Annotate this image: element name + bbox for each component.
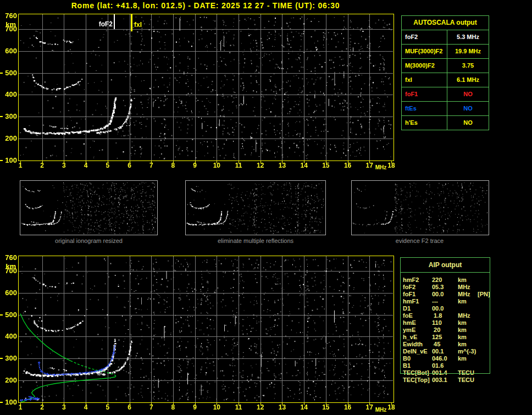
aip-value: 01.6: [432, 362, 458, 369]
aip-param: B1: [403, 362, 432, 369]
x-tick-label: 5: [106, 404, 109, 411]
x-tick-label: 5: [106, 162, 109, 169]
autoscala-value: 6.1 MHz: [447, 73, 489, 87]
aip-unit: km: [458, 276, 478, 284]
y-tick-label: 200: [0, 377, 17, 384]
aip-row: foF205.3MHz: [403, 284, 530, 291]
x-tick-label: 11: [235, 404, 242, 411]
autoscala-output-table: AUTOSCALA output foF25.3 MHzMUF(3000)F21…: [401, 15, 489, 130]
aip-row: foF100.0MHz[PN]: [403, 291, 530, 298]
aip-row: TEC[Bot]001.4TECU: [403, 369, 530, 377]
y-tick-label: 700: [0, 25, 17, 33]
x-tick-label: 2: [40, 404, 44, 411]
x-tick-label: 13: [279, 404, 286, 411]
aip-param: h_vE: [403, 334, 432, 341]
x-tick-label: 17: [366, 162, 373, 169]
edge-tick: [0, 314, 3, 316]
x-tick-label: 4: [84, 162, 88, 169]
aip-row: h_vE125km: [403, 334, 530, 341]
x-tick-label: 15: [322, 404, 329, 411]
autoscala-value: NO: [447, 116, 489, 130]
aip-note: [PN]: [478, 291, 490, 298]
aip-row: hmF2220km: [403, 276, 530, 284]
foF2-marker-label: foF2: [84, 21, 113, 27]
autoscala-value: NO: [447, 87, 489, 101]
aip-value: 125: [432, 334, 458, 341]
aip-param: hmF1: [403, 298, 432, 305]
x-axis-unit-top: MHz: [374, 164, 388, 170]
x-tick-label: 15: [322, 162, 329, 169]
aip-param: TEC[Top]: [403, 377, 432, 384]
x-tick-label: 6: [128, 404, 131, 411]
x-tick-label: 16: [344, 162, 351, 169]
aip-unit: MHz: [458, 312, 478, 319]
aip-value: 20: [432, 327, 458, 334]
x-tick-label: 18: [387, 404, 395, 411]
aip-unit: km: [458, 298, 478, 305]
x-tick-label: 8: [171, 162, 175, 169]
thumbnail-eliminate-canvas: [186, 181, 325, 235]
aip-unit: TECU: [458, 377, 478, 384]
autoscala-row: foF1NO: [402, 87, 489, 102]
thumbnail-original-canvas: [20, 181, 157, 235]
thumbnail-caption-eliminate: eliminate multiple reflections: [185, 237, 326, 244]
aip-unit: m^(-3): [458, 348, 478, 355]
x-tick-label: 11: [235, 162, 242, 169]
aip-value: 046.0: [432, 355, 458, 362]
x-tick-label: 10: [213, 404, 220, 411]
ionogram-canvas-top: [18, 14, 394, 164]
edge-tick: [0, 402, 3, 403]
autoscala-value: 19.9 MHz: [447, 45, 489, 58]
autoscala-row: h'EsNO: [402, 116, 489, 130]
aip-unit: [458, 305, 478, 312]
x-tick-label: 7: [149, 404, 153, 411]
aip-value: 001.4: [432, 369, 458, 377]
aip-value: 003.1: [432, 377, 458, 384]
edge-tick: [0, 73, 3, 74]
x-tick-label: 2: [40, 162, 44, 169]
aip-unit: km: [458, 355, 478, 362]
aip-param: hmF2: [403, 276, 432, 284]
x-tick-label: 7: [149, 162, 153, 169]
aip-param: foE: [403, 312, 432, 319]
x-tick-label: 17: [366, 404, 373, 411]
autoscala-table-title: AUTOSCALA output: [402, 16, 489, 30]
edge-tick: [0, 116, 3, 117]
autoscala-value: 3.75: [447, 59, 489, 73]
fxI-marker-label: fxI: [134, 21, 142, 28]
x-tick-label: 1: [19, 162, 23, 169]
y-tick-label: 760: [0, 12, 17, 20]
aip-param: foF2: [403, 284, 432, 291]
fxI-marker-line: [131, 14, 132, 31]
autoscala-row: ftEsNO: [402, 102, 489, 116]
aip-value: 05.3: [432, 284, 458, 291]
aip-unit: km: [458, 341, 478, 348]
autoscala-param: foF2: [402, 30, 447, 44]
ionogram-canvas-bottom: [18, 256, 394, 406]
aip-param: hmE: [403, 319, 432, 327]
x-tick-label: 13: [279, 162, 286, 169]
thumbnail-caption-evidence: evidence F2 trace: [351, 237, 488, 244]
aip-value: ---: [432, 298, 458, 305]
autoscala-param: ftEs: [402, 102, 447, 115]
edge-tick: [0, 358, 3, 359]
aip-value: 00.0: [432, 291, 458, 298]
aip-row: B101.6: [403, 362, 530, 369]
x-tick-label: 18: [387, 162, 395, 169]
autoscala-row: fxI6.1 MHz: [402, 73, 489, 87]
x-tick-label: 9: [193, 162, 197, 169]
aip-row: hmE110km: [403, 319, 530, 327]
aip-row: Ewidth 45km: [403, 341, 530, 348]
thumbnail-caption-original: original ionogram resized: [20, 237, 158, 244]
x-tick-label: 12: [257, 404, 264, 411]
thumbnail-eliminate-reflections: [185, 180, 326, 235]
aip-param: D1: [403, 305, 432, 312]
window-title: Rome (lat: +41.8, lon: 012.5) - DATE: 20…: [0, 1, 411, 10]
aip-row: B0046.0km: [403, 355, 530, 362]
x-tick-label: 1: [19, 404, 23, 411]
aip-output-rows: hmF2220kmfoF205.3MHzfoF100.0MHz[PN]hmF1-…: [403, 276, 530, 384]
aip-row: DelN_vE00.1m^(-3): [403, 348, 530, 355]
edge-tick: [0, 160, 3, 161]
y-tick-label: 600: [0, 289, 17, 297]
autoscala-param: fxI: [402, 73, 447, 87]
